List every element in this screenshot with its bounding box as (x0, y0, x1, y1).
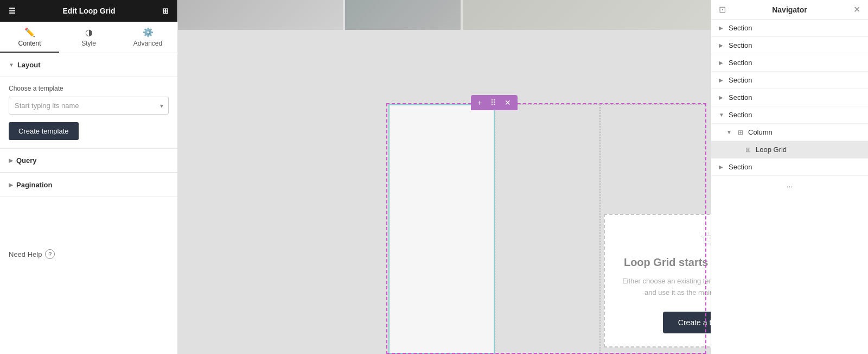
loop-grid-toolbar: + ⠿ ✕ (471, 95, 518, 110)
content-icon: ✏️ (24, 27, 35, 37)
column-icon: ⊞ (736, 129, 745, 136)
toolbar-add-button[interactable]: + (475, 97, 484, 108)
canvas-col-2 (495, 104, 600, 354)
query-section-header[interactable]: ▶ Query (0, 149, 177, 173)
photo-block-2 (345, 0, 461, 30)
svg-rect-1 (705, 237, 707, 238)
navigator-panel: ⊡ Navigator ✕ ▶ Section ▶ Section ▶ Sect… (711, 0, 868, 354)
tab-content-label: Content (18, 40, 41, 47)
query-arrow: ▶ (9, 157, 13, 163)
section1-arrow: ▶ (719, 25, 725, 31)
loop-grid-card-description: Either choose an existing template or cr… (618, 276, 711, 299)
photo-block-1 (178, 0, 343, 30)
column-arrow: ▼ (726, 129, 733, 135)
section2-label: Section (729, 41, 752, 49)
choose-template-label: Choose a template (9, 85, 169, 92)
section6-arrow: ▼ (719, 112, 725, 118)
pagination-section-header[interactable]: ▶ Pagination (0, 173, 177, 197)
svg-line-5 (701, 236, 703, 238)
section5-arrow: ▶ (719, 94, 725, 100)
loop-grid-illustration: ✦ ✦ (676, 228, 711, 246)
loopgrid-icon: ⊞ (744, 146, 752, 154)
toolbar-close-button[interactable]: ✕ (502, 97, 513, 108)
nav-item-section-5[interactable]: ▶ Section (711, 89, 868, 106)
svg-line-8 (710, 244, 711, 246)
section2-arrow: ▶ (719, 42, 725, 48)
need-help-label: Need Help (9, 250, 42, 258)
help-icon: ? (45, 249, 55, 259)
section6-label: Section (729, 111, 752, 119)
nav-item-section-1[interactable]: ▶ Section (711, 20, 868, 37)
canvas-columns: ✦ ✦ Loop Grid starts with a template. Ei… (388, 104, 705, 354)
section3-label: Section (729, 59, 752, 67)
section3-arrow: ▶ (719, 60, 725, 66)
pagination-label: Pagination (16, 181, 52, 189)
main-canvas: + ⠿ ✕ (178, 0, 711, 354)
canvas-col-1: ✦ ✦ Loop Grid starts with a template. Ei… (388, 104, 495, 354)
canvas-photos (178, 0, 711, 30)
grid-icon[interactable]: ⊞ (162, 7, 169, 15)
tab-advanced-label: Advanced (133, 40, 162, 47)
nav-item-section-6[interactable]: ▼ Section (711, 106, 868, 124)
svg-rect-2 (710, 237, 711, 238)
style-icon: ◑ (85, 27, 93, 37)
column-label: Column (748, 128, 773, 136)
panel-body: ▼ Layout Choose a template Start typing … (0, 53, 177, 354)
create-template-button[interactable]: Create template (9, 122, 79, 140)
section7-arrow: ▶ (719, 164, 725, 170)
section7-label: Section (729, 163, 752, 171)
loop-grid-card-title: Loop Grid starts with a template. (624, 255, 711, 269)
loopgrid-arrow: ▶ (734, 147, 741, 153)
navigator-title: Navigator (726, 5, 853, 14)
toolbar-move-button[interactable]: ⠿ (488, 97, 498, 108)
loop-grid-empty-state: ✦ ✦ Loop Grid starts with a template. Ei… (604, 214, 711, 347)
nav-item-loop-grid[interactable]: ▶ ⊞ Loop Grid (711, 141, 868, 159)
section4-arrow: ▶ (719, 77, 725, 83)
template-select[interactable]: Start typing its name (9, 97, 169, 115)
layout-section-content: Choose a template Start typing its name … (0, 77, 177, 148)
need-help[interactable]: Need Help ? (0, 241, 177, 268)
loopgrid-label: Loop Grid (756, 146, 787, 154)
layout-section-header[interactable]: ▼ Layout (0, 53, 177, 77)
advanced-icon: ⚙️ (143, 27, 154, 37)
svg-line-7 (706, 244, 706, 246)
nav-item-column[interactable]: ▼ ⊞ Column (711, 124, 868, 141)
tab-style-label: Style (81, 40, 96, 47)
tab-content[interactable]: ✏️ Content (0, 22, 59, 53)
template-select-wrapper: Start typing its name ▾ (9, 97, 169, 115)
svg-point-4 (707, 232, 709, 233)
left-panel: ☰ Edit Loop Grid ⊞ ✏️ Content ◑ Style ⚙️… (0, 0, 178, 354)
section4-label: Section (729, 76, 752, 84)
panel-title: Edit Loop Grid (16, 7, 162, 15)
nav-item-section-7[interactable]: ▶ Section (711, 159, 868, 176)
pagination-arrow: ▶ (9, 182, 13, 188)
layout-label: Layout (17, 61, 41, 69)
query-label: Query (16, 156, 37, 165)
svg-text:✦: ✦ (699, 232, 700, 234)
navigator-header: ⊡ Navigator ✕ (711, 0, 868, 20)
nav-item-section-3[interactable]: ▶ Section (711, 54, 868, 72)
nav-item-section-4[interactable]: ▶ Section (711, 72, 868, 89)
layout-arrow: ▼ (9, 62, 14, 68)
section1-label: Section (729, 24, 752, 32)
panel-header: ☰ Edit Loop Grid ⊞ (0, 0, 177, 22)
section5-label: Section (729, 93, 752, 102)
nav-item-section-2[interactable]: ▶ Section (711, 37, 868, 54)
navigator-more-dots[interactable]: ... (711, 176, 868, 193)
panel-tabs: ✏️ Content ◑ Style ⚙️ Advanced (0, 22, 177, 53)
tab-style[interactable]: ◑ Style (59, 22, 118, 53)
tab-advanced[interactable]: ⚙️ Advanced (118, 22, 177, 53)
loop-grid-create-button[interactable]: Create a template (663, 312, 711, 333)
navigator-body: ▶ Section ▶ Section ▶ Section ▶ Section … (711, 20, 868, 354)
navigator-close-button[interactable]: ✕ (853, 4, 860, 15)
navigator-collapse-icon[interactable]: ⊡ (719, 4, 726, 15)
hamburger-icon[interactable]: ☰ (9, 7, 16, 15)
photo-block-3 (463, 0, 711, 30)
